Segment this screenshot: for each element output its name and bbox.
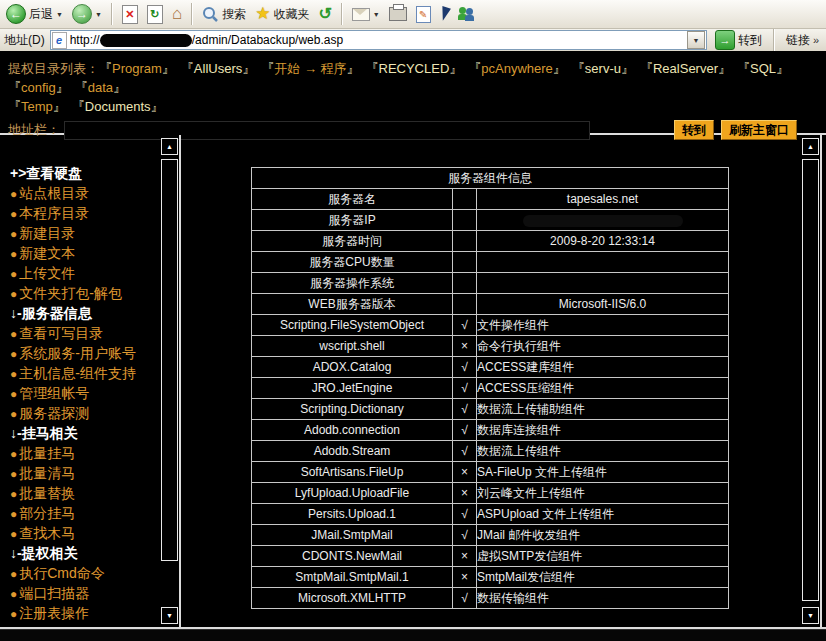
sidebar-item[interactable]: ●服务器探测	[10, 403, 179, 423]
sidebar-item[interactable]: ●管理组帐号	[10, 383, 179, 403]
component-name-cell: CDONTS.NewMail	[252, 546, 453, 567]
home-button[interactable]: ⌂	[169, 5, 185, 23]
url-dropdown-button[interactable]: ▼	[687, 31, 705, 49]
dir-link[interactable]: 『pcAnywhere』	[468, 61, 566, 76]
sidebar-item-label: 上传文件	[19, 265, 75, 281]
forward-icon: →	[72, 4, 92, 24]
sidebar-item[interactable]: ●本程序目录	[10, 203, 179, 223]
url-redaction	[100, 34, 192, 47]
sidebar-scrollbar[interactable]: ▲ ▼	[161, 138, 178, 624]
sidebar-item[interactable]: ●查找木马	[10, 523, 179, 543]
component-value-cell: 刘云峰文件上传组件	[477, 483, 729, 504]
messenger-button[interactable]	[455, 5, 477, 23]
dir-link[interactable]: 『RECYCLED』	[366, 61, 463, 76]
discuss-icon	[438, 6, 451, 22]
dir-link[interactable]: 『serv-u』	[572, 61, 634, 76]
scrollbar-thumb[interactable]	[802, 159, 819, 601]
browser-addressbar: 地址(D) e http:///admin/Databackup/web.asp…	[0, 29, 826, 52]
back-dropdown-icon[interactable]: ▼	[56, 11, 63, 18]
scrollbar-thumb[interactable]	[161, 159, 178, 561]
sidebar-item[interactable]: ●新建目录	[10, 223, 179, 243]
sidebar-section-header: ↓-挂马相关	[10, 423, 179, 443]
component-name-cell: LyfUpload.UploadFile	[252, 483, 453, 504]
edit-icon: ✎	[416, 6, 431, 23]
links-button[interactable]: 链接 »	[783, 32, 822, 49]
discuss-button[interactable]	[437, 6, 452, 22]
dir-link-list: 『Program』『AllUsers』『开始 → 程序』『RECYCLED』『p…	[8, 61, 795, 114]
back-button[interactable]: ← 后退 ▼	[3, 3, 66, 25]
print-button[interactable]	[386, 6, 410, 22]
component-value-cell: 命令行执行组件	[477, 336, 729, 357]
sidebar-item[interactable]: ●新建文本	[10, 243, 179, 263]
sidebar-item[interactable]: ●文件夹打包-解包	[10, 283, 179, 303]
bullet-icon: ●	[10, 607, 17, 621]
component-check-cell: √	[453, 420, 477, 441]
refresh-button[interactable]: ↻	[144, 4, 166, 25]
bullet-icon: ●	[10, 567, 17, 581]
dir-link[interactable]: 『Documents』	[72, 99, 164, 114]
bullet-icon: ●	[10, 287, 17, 301]
dir-link[interactable]: 『config』	[8, 80, 69, 95]
mail-dropdown-icon[interactable]: ▼	[373, 11, 380, 18]
sidebar-item[interactable]: ●执行Cmd命令	[10, 563, 179, 583]
sidebar-item-label: 批量替换	[19, 485, 75, 501]
table-row: Persits.Upload.1√ASPUpload 文件上传组件	[252, 504, 729, 525]
sidebar-item[interactable]: ●上传文件	[10, 263, 179, 283]
frameset: +>查看硬盘●站点根目录●本程序目录●新建目录●新建文本●上传文件●文件夹打包-…	[0, 135, 826, 629]
dir-link[interactable]: 『SQL』	[737, 61, 789, 76]
bullet-icon: ●	[10, 507, 17, 521]
sidebar-item[interactable]: ●端口扫描器	[10, 583, 179, 603]
table-row: wscript.shell×命令行执行组件	[252, 336, 729, 357]
sidebar-item[interactable]: ●批量挂马	[10, 443, 179, 463]
dir-link[interactable]: 『RealServer』	[640, 61, 731, 76]
bullet-icon: ●	[10, 407, 17, 421]
main-scrollbar[interactable]: ▲ ▼	[802, 138, 819, 624]
stop-button[interactable]: ✕	[119, 4, 141, 25]
dir-link[interactable]: 『Temp』	[8, 99, 66, 114]
sidebar-item[interactable]: ●系统服务-用户账号	[10, 343, 179, 363]
browser-toolbar: ← 后退 ▼ → ▼ ✕ ↻ ⌂ 搜索 ★ 收藏夹	[0, 0, 826, 29]
table-row: ADOX.Catalog√ACCESS建库组件	[252, 357, 729, 378]
sidebar-item[interactable]: ●部分挂马	[10, 503, 179, 523]
scroll-up-icon[interactable]: ▲	[161, 138, 178, 155]
dir-link[interactable]: 『开始 → 程序』	[261, 61, 359, 76]
url-input[interactable]: e http:///admin/Databackup/web.asp ▼	[50, 30, 707, 50]
scroll-up-icon[interactable]: ▲	[802, 138, 819, 155]
bullet-icon: ●	[10, 487, 17, 501]
dir-link[interactable]: 『AllUsers』	[181, 61, 255, 76]
component-check-cell: √	[453, 378, 477, 399]
scroll-down-icon[interactable]: ▼	[802, 607, 819, 624]
component-table: 服务器组件信息 服务器名tapesales.net服务器IP服务器时间2009-…	[251, 167, 729, 609]
bullet-icon: ●	[10, 467, 17, 481]
sidebar-item[interactable]: ●查看可写目录	[10, 323, 179, 343]
table-row: SoftArtisans.FileUp×SA-FileUp 文件上传组件	[252, 462, 729, 483]
sidebar-item[interactable]: ●批量清马	[10, 463, 179, 483]
sidebar-item-label: 新建目录	[19, 225, 75, 241]
dir-link[interactable]: 『Program』	[99, 61, 175, 76]
edit-button[interactable]: ✎	[413, 5, 434, 24]
component-name-cell: Adodb.connection	[252, 420, 453, 441]
history-button[interactable]: ↺	[315, 5, 334, 23]
browser-go-button[interactable]: → 转到	[712, 30, 765, 50]
forward-button[interactable]: → ▼	[69, 3, 105, 25]
sidebar-item[interactable]: ●主机信息-组件支持	[10, 363, 179, 383]
dir-link[interactable]: 『data』	[75, 80, 126, 95]
sidebar-item[interactable]: ●批量替换	[10, 483, 179, 503]
component-name-cell: JMail.SmtpMail	[252, 525, 453, 546]
sidebar-item[interactable]: ●注册表操作	[10, 603, 179, 623]
favorites-button[interactable]: ★ 收藏夹	[252, 5, 312, 24]
table-row: JMail.SmtpMail√JMail 邮件收发组件	[252, 525, 729, 546]
sidebar-item-label: 注册表操作	[19, 605, 89, 621]
scroll-down-icon[interactable]: ▼	[161, 607, 178, 624]
privilege-dir-list: 提权目录列表：『Program』『AllUsers』『开始 → 程序』『RECY…	[0, 51, 826, 116]
sidebar-item[interactable]: ●站点根目录	[10, 183, 179, 203]
favorites-star-icon: ★	[255, 6, 270, 22]
search-button[interactable]: 搜索	[199, 5, 249, 24]
table-row: CDONTS.NewMail×虚拟SMTP发信组件	[252, 546, 729, 567]
mail-button[interactable]: ▼	[349, 7, 383, 22]
component-value-cell: tapesales.net	[477, 189, 729, 210]
component-name-cell: Microsoft.XMLHTTP	[252, 588, 453, 609]
component-name-cell: SoftArtisans.FileUp	[252, 462, 453, 483]
forward-dropdown-icon[interactable]: ▼	[95, 11, 102, 18]
bullet-icon: ●	[10, 187, 17, 201]
